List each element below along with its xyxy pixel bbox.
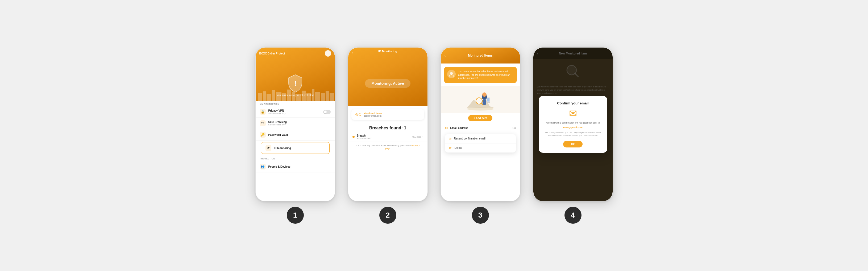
s3-ctx-resend-label: Resend confirmation email (454, 137, 486, 140)
svg-rect-6 (287, 90, 291, 101)
password-icon: 🔑 (260, 132, 266, 138)
svg-rect-9 (302, 91, 306, 101)
s1-header: BOXX Cyber Protect (256, 47, 335, 101)
s1-id-title: ID Monitoring (274, 147, 325, 149)
s3-ctx-resend[interactable]: ✉ Resend confirmation email (445, 134, 516, 143)
s1-avatar[interactable] (325, 50, 331, 57)
svg-rect-3 (272, 90, 275, 101)
svg-rect-14 (326, 91, 329, 101)
people-icon: 👥 (260, 164, 266, 170)
s3-page-title: Monitored Items (441, 54, 520, 57)
s2-breach-info: Breach MID SEVERITY (357, 134, 372, 139)
s2-monitored-info: Monitored Items user@gmail.com (364, 112, 382, 117)
s2-breach-severity: MID SEVERITY (357, 137, 372, 139)
s3-ctx-delete[interactable]: 🗑 Delete (445, 143, 516, 153)
step-4-wrapper: ‹ New Monitored Item We will immediately… (533, 47, 613, 224)
s1-protection-label: PROTECTION (256, 156, 335, 161)
s3-illustration (441, 86, 520, 113)
s2-breaches-count: Breaches found: 1 (348, 123, 428, 132)
svg-rect-23 (487, 98, 490, 101)
s2-monitored-left: ⊙⊙ Monitored Items user@gmail.com (355, 112, 382, 117)
phone-1-inner: BOXX Cyber Protect (256, 47, 335, 201)
s2-monitored-card[interactable]: ⊙⊙ Monitored Items user@gmail.com › (351, 109, 424, 120)
s1-menu-safe-browsing[interactable]: 🛡 Safe Browsing Safe Browser only (256, 118, 335, 129)
s1-id-monitoring-wrapper: 👁 ID Monitoring (256, 140, 335, 156)
s4-modal-body: An email with a confirmation link has ju… (543, 121, 603, 125)
s2-monitored-label: Monitored Items (364, 112, 382, 114)
svg-rect-1 (263, 91, 266, 101)
s1-menu-password-vault[interactable]: 🔑 Password Vault (256, 129, 335, 140)
s1-menu-text-browsing: Safe Browsing Safe Browser only (269, 121, 331, 126)
s3-delete-icon: 🗑 (449, 146, 452, 150)
step-2-wrapper: ‹ ID Monitoring Monitoring: Active ⊙⊙ Mo… (348, 47, 428, 224)
svg-text:!: ! (294, 80, 296, 88)
svg-rect-20 (483, 99, 486, 105)
s2-breach-left: Breach MID SEVERITY (352, 134, 372, 139)
step-3-wrapper: ‹ Monitored Items You can now monitor ot… (440, 47, 520, 224)
step-badge-4: 4 (564, 207, 582, 224)
s3-notif-icon (447, 70, 456, 78)
s1-menu-text-vpn: Privacy VPN Safe Browser only (269, 109, 320, 114)
s2-breach-dot-icon (352, 136, 354, 138)
svg-rect-4 (276, 92, 281, 101)
s4-email-envelope-icon: ✉ (543, 108, 603, 119)
s2-breach-chevron-icon: › (423, 136, 423, 138)
s1-menu-id-monitoring[interactable]: 👁 ID Monitoring (261, 142, 330, 154)
svg-rect-8 (296, 94, 301, 101)
svg-rect-12 (315, 92, 320, 101)
monitor-icon: ⊙⊙ (355, 112, 362, 116)
s3-email-list-item[interactable]: ✉ Email address 1/3 (441, 123, 520, 133)
step-badge-3: 3 (472, 207, 489, 224)
svg-rect-10 (306, 93, 311, 101)
s2-header: ‹ ID Monitoring Monitoring: Active (348, 47, 428, 106)
s2-page-title: ID Monitoring (348, 50, 428, 53)
s2-breach-date-text: May 2019 (412, 136, 422, 138)
svg-rect-13 (321, 93, 325, 101)
s3-notification-banner: You can now monitor other items besides … (444, 67, 517, 83)
phone-2-inner: ‹ ID Monitoring Monitoring: Active ⊙⊙ Mo… (348, 47, 428, 201)
svg-point-18 (467, 107, 494, 110)
s3-list-left: ✉ Email address (445, 126, 468, 130)
notif-person-icon (448, 71, 454, 77)
s3-header: ‹ Monitored Items (441, 47, 520, 64)
step-badge-1: 1 (287, 207, 304, 224)
s4-ok-button[interactable]: Ok (563, 141, 583, 147)
s1-password-title: Password Vault (269, 133, 331, 136)
s1-menu-text-password: Password Vault (269, 133, 331, 136)
s1-menu-text-people: People & Devices (269, 165, 331, 168)
s4-modal-title: Confirm your email (543, 101, 603, 105)
s2-chevron-icon: › (420, 113, 420, 116)
s3-person-illustration (464, 88, 496, 111)
s2-help-text: If you have any questions about ID Monit… (348, 142, 428, 152)
phone-3-inner: ‹ Monitored Items You can now monitor ot… (441, 47, 520, 201)
s3-notif-text: You can now monitor other items besides … (458, 70, 514, 80)
svg-rect-15 (330, 93, 334, 101)
phone-2: ‹ ID Monitoring Monitoring: Active ⊙⊙ Mo… (348, 47, 428, 201)
s3-email-label: Email address (451, 127, 468, 129)
s2-breach-item[interactable]: Breach MID SEVERITY May 2019 › (348, 132, 428, 142)
s1-topbar: BOXX Cyber Protect (256, 50, 335, 57)
s1-menu-privacy-vpn[interactable]: 🔒 Privacy VPN Safe Browser only (256, 106, 335, 118)
s1-vpn-title: Privacy VPN (269, 109, 320, 112)
s1-my-protection-label: MY PROTECTION (256, 101, 335, 106)
svg-rect-11 (312, 89, 314, 101)
s1-browsing-title: Safe Browsing (269, 121, 331, 124)
s3-email-icon: ✉ (445, 126, 448, 130)
vpn-toggle[interactable] (323, 110, 331, 114)
s2-breach-name: Breach (357, 134, 372, 137)
phone-1: BOXX Cyber Protect (255, 47, 335, 201)
step-1-wrapper: BOXX Cyber Protect (255, 47, 335, 224)
svg-rect-7 (292, 92, 295, 101)
s4-modal-overlay: Confirm your email ✉ An email with a con… (533, 47, 613, 201)
svg-point-21 (482, 93, 487, 97)
scene: BOXX Cyber Protect (0, 37, 868, 234)
city-skyline-icon (256, 88, 335, 101)
s3-resend-icon: ✉ (449, 137, 452, 140)
svg-rect-5 (282, 93, 286, 101)
s1-menu-people-devices[interactable]: 👥 People & Devices (256, 161, 335, 172)
s3-context-menu: ✉ Resend confirmation email 🗑 Delete (445, 134, 516, 153)
s1-menu-text-id: ID Monitoring (274, 147, 325, 149)
s3-add-item-button[interactable]: + Add Item (468, 115, 492, 121)
vpn-icon: 🔒 (260, 109, 266, 115)
s2-monitored-email: user@gmail.com (364, 114, 382, 117)
